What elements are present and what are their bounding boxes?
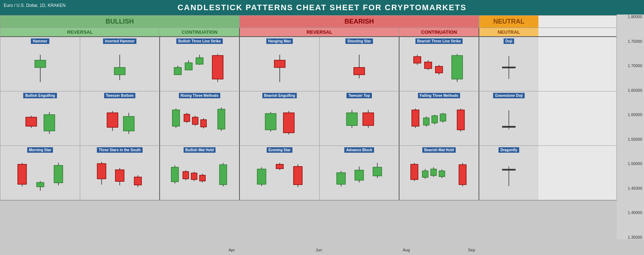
- pattern-dragonfly-doji: Dragonfly: [479, 146, 538, 200]
- bearish-header: BEARISH: [240, 16, 479, 28]
- pattern-bearish-mat-hold: Bearish Mat Hold: [399, 146, 479, 200]
- pattern-rising-three-methods: Rising Three Methods: [160, 91, 240, 145]
- patterns-grid: Hammer Inverted Hammer: [0, 37, 616, 200]
- svg-rect-46: [107, 113, 118, 127]
- svg-rect-43: [44, 115, 55, 131]
- svg-rect-112: [134, 177, 141, 185]
- pattern-inverted-hammer: Inverted Hammer: [80, 37, 160, 91]
- svg-rect-55: [184, 114, 190, 122]
- svg-rect-142: [355, 170, 364, 180]
- svg-rect-115: [171, 167, 179, 182]
- svg-rect-82: [423, 118, 429, 125]
- bull-continuation-label: CONTINUATION: [160, 28, 240, 36]
- svg-rect-121: [191, 173, 197, 180]
- pattern-morning-star: Morning Star: [0, 146, 80, 200]
- svg-rect-22: [354, 67, 365, 75]
- svg-rect-58: [192, 117, 198, 124]
- svg-rect-85: [432, 116, 438, 123]
- svg-rect-34: [452, 55, 463, 79]
- pattern-tweezer-bottom: Tweezer Bottom: [80, 91, 160, 145]
- pattern-advance-block: Advance Block: [320, 146, 399, 200]
- pattern-bullish-mat-hold: Bullish Mat Hold: [160, 146, 240, 200]
- pattern-row-3: Morning Star: [0, 146, 616, 200]
- pattern-bearish-engulfing: Bearish Engulfing: [240, 91, 320, 145]
- svg-rect-100: [37, 182, 44, 187]
- time-sep: Sep: [468, 248, 475, 252]
- pattern-three-stars-south: Three Stars in the South: [80, 146, 160, 200]
- svg-rect-136: [294, 166, 302, 185]
- svg-rect-16: [212, 55, 223, 79]
- price-axis: 1.80000 1.75000 1.70000 1.65000 1.60000 …: [617, 15, 644, 239]
- svg-rect-103: [54, 165, 63, 183]
- svg-rect-52: [172, 110, 180, 126]
- category-row: BULLISH BEARISH NEUTRAL: [0, 16, 616, 28]
- svg-rect-97: [18, 164, 26, 184]
- svg-rect-88: [440, 114, 446, 121]
- svg-rect-25: [414, 57, 421, 63]
- neutral-label: NEUTRAL: [479, 28, 538, 36]
- pattern-hanging-man: Hanging Man: [240, 37, 320, 91]
- pattern-shooting-star: Shooting Star: [320, 37, 399, 91]
- bear-continuation-label: CONTINUATION: [399, 28, 479, 36]
- bullish-header: BULLISH: [0, 16, 240, 28]
- page-title: CANDLESTICK PATTERNS CHEAT SHEET FOR CRY…: [177, 3, 467, 12]
- svg-rect-163: [502, 169, 515, 170]
- svg-rect-139: [337, 173, 345, 184]
- svg-rect-31: [435, 66, 443, 73]
- svg-rect-37: [502, 67, 515, 68]
- svg-rect-148: [411, 164, 418, 180]
- pattern-evening-star: Evening Star: [240, 146, 320, 200]
- pattern-row-2: Bullish Engulfing Tweezer: [0, 91, 616, 146]
- svg-rect-124: [200, 175, 205, 181]
- svg-rect-10: [185, 63, 192, 70]
- bull-reversal-label: REVERSAL: [0, 28, 160, 36]
- pattern-row-1: Hammer Inverted Hammer: [0, 37, 616, 91]
- chart-label: Euro / U.S. Dollar, 1D, KRAKEN: [4, 3, 66, 8]
- main-container: BULLISH BEARISH NEUTRAL REVERSAL CONTINU…: [0, 15, 617, 201]
- pattern-doji: Doji: [479, 37, 538, 91]
- pattern-hammer: Hammer: [0, 37, 80, 91]
- time-aug: Aug: [403, 248, 410, 252]
- svg-rect-49: [123, 116, 134, 131]
- svg-rect-127: [220, 165, 227, 185]
- subcategory-row: REVERSAL CONTINUATION REVERSAL CONTINUAT…: [0, 28, 616, 37]
- svg-rect-76: [363, 113, 374, 126]
- pattern-falling-three-methods: Falling Three Methods: [399, 91, 479, 145]
- top-bar: Euro / U.S. Dollar, 1D, KRAKEN CANDLESTI…: [0, 0, 644, 15]
- time-jun: Jun: [316, 248, 322, 252]
- svg-rect-40: [26, 117, 37, 126]
- svg-rect-70: [283, 113, 294, 133]
- svg-rect-94: [502, 126, 515, 128]
- pattern-bullish-engulfing: Bullish Engulfing: [0, 91, 80, 145]
- svg-rect-157: [439, 171, 445, 177]
- svg-rect-7: [174, 67, 181, 75]
- time-axis: Apr Jun Aug Sep: [0, 245, 617, 255]
- svg-rect-19: [274, 60, 285, 67]
- pattern-gravestone-doji: Gravestone Doji: [479, 91, 538, 145]
- pattern-bull-three-line-strike: Bullish Three Line Strike: [160, 37, 240, 91]
- svg-rect-1: [35, 60, 46, 67]
- svg-rect-154: [431, 169, 436, 176]
- svg-rect-61: [201, 120, 206, 127]
- svg-rect-160: [459, 165, 466, 185]
- svg-rect-151: [422, 171, 428, 177]
- svg-rect-91: [457, 110, 464, 130]
- svg-rect-109: [115, 170, 124, 181]
- pattern-tweezer-top: Tweezer Top: [320, 91, 399, 145]
- svg-rect-64: [218, 109, 225, 129]
- svg-rect-106: [97, 164, 106, 179]
- svg-rect-118: [183, 172, 189, 179]
- svg-rect-67: [265, 114, 276, 130]
- svg-rect-73: [346, 113, 357, 126]
- bear-reversal-label: REVERSAL: [240, 28, 399, 36]
- svg-rect-130: [257, 169, 266, 184]
- svg-rect-13: [196, 58, 203, 64]
- svg-rect-28: [424, 62, 432, 69]
- svg-rect-79: [412, 110, 419, 126]
- time-apr: Apr: [229, 248, 235, 252]
- pattern-bear-three-line-strike: Bearish Three Line Strike: [399, 37, 479, 91]
- neutral-header: NEUTRAL: [479, 16, 538, 28]
- svg-rect-145: [373, 167, 382, 176]
- svg-rect-4: [114, 67, 125, 75]
- svg-rect-133: [276, 164, 283, 169]
